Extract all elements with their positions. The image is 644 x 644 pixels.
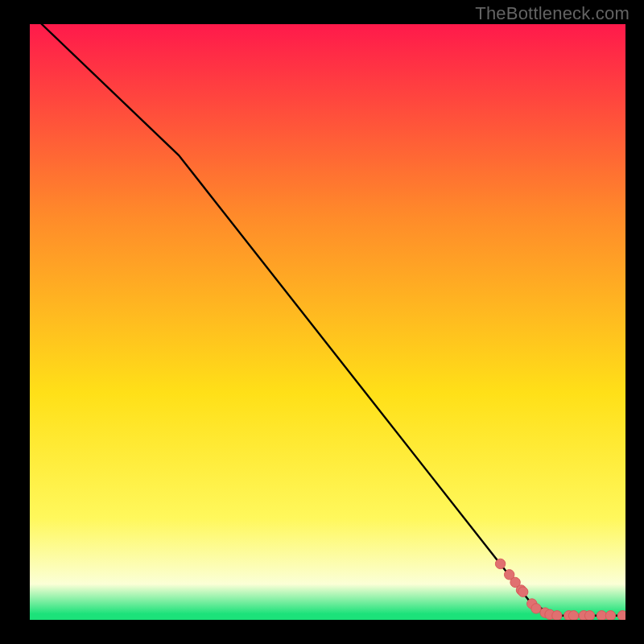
data-marker [531,604,541,613]
chart-frame: TheBottleneck.com [0,0,644,644]
data-marker [552,611,562,620]
data-marker [605,611,615,620]
watermark-label: TheBottleneck.com [475,3,630,24]
data-marker [617,611,625,620]
chart-svg [30,24,625,620]
data-marker [495,559,505,568]
plot-area [30,24,625,620]
gradient-background [30,24,625,620]
data-marker [568,611,578,620]
data-marker [597,611,606,620]
data-marker [584,611,594,620]
data-marker [518,587,528,597]
